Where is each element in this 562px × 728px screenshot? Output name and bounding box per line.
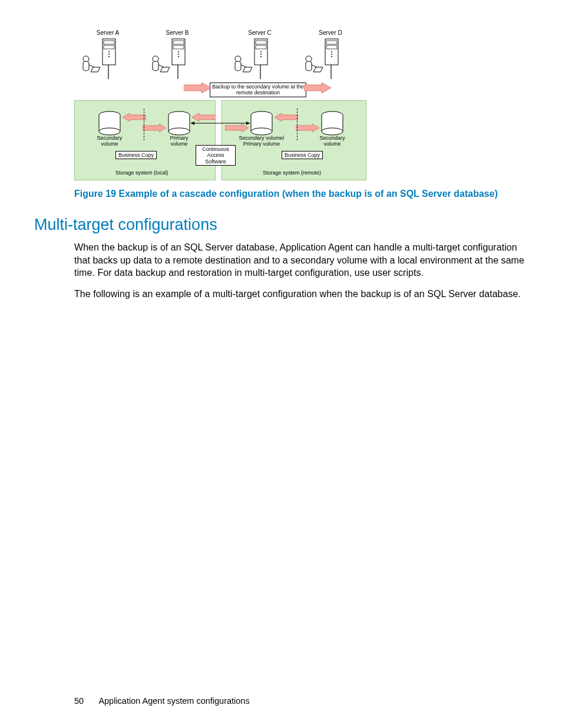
- divider-line: [297, 108, 297, 140]
- storage-local-label: Storage system (local): [115, 170, 168, 176]
- svg-point-42: [99, 128, 120, 135]
- page-number: 50: [74, 696, 84, 706]
- svg-point-22: [260, 54, 262, 55]
- paragraph-2: The following is an example of a multi-t…: [74, 288, 528, 301]
- continuous-access-label: Continuous Access Software: [196, 145, 236, 166]
- svg-marker-37: [304, 83, 331, 93]
- secondary2-vol-label: Secondary volume: [316, 136, 349, 147]
- volume-icon: [98, 111, 121, 137]
- svg-marker-61: [225, 124, 249, 132]
- svg-point-3: [108, 51, 110, 52]
- sync-arrow-icon: [192, 113, 216, 121]
- section-heading: Multi-target configurations: [34, 216, 528, 234]
- svg-marker-63: [191, 121, 194, 125]
- svg-marker-36: [184, 83, 211, 93]
- server-c-icon: [232, 38, 275, 81]
- server-d-label: Server D: [310, 29, 351, 36]
- svg-point-52: [251, 128, 272, 135]
- volume-icon: [320, 111, 344, 137]
- sync-arrow-icon: [275, 113, 298, 121]
- svg-marker-59: [143, 124, 166, 132]
- sync-arrow-icon: [225, 124, 249, 132]
- server-b-icon: [150, 38, 192, 81]
- business-copy-label-1: Business Copy: [115, 151, 157, 159]
- svg-point-57: [322, 128, 343, 135]
- svg-point-4: [108, 54, 110, 55]
- server-b-label: Server B: [157, 29, 198, 36]
- svg-point-13: [178, 54, 179, 55]
- volume-icon: [167, 111, 191, 137]
- server-d-icon: [303, 38, 345, 81]
- svg-point-23: [260, 56, 262, 57]
- sync-arrow-icon: [123, 113, 146, 121]
- svg-point-5: [108, 56, 110, 57]
- primary-vol-label: Primary volume: [163, 136, 196, 147]
- svg-point-30: [331, 51, 332, 52]
- flow-arrow-icon: [304, 83, 331, 93]
- svg-point-21: [260, 51, 262, 52]
- figure-caption: Figure 19 Example of a cascade configura…: [74, 189, 528, 199]
- svg-marker-60: [192, 113, 216, 121]
- svg-point-14: [178, 56, 179, 57]
- svg-point-32: [331, 56, 332, 57]
- paragraph-1: When the backup is of an SQL Server data…: [74, 241, 528, 279]
- sec-primary-vol-label: Secondary volume/ Primary volume: [233, 136, 290, 147]
- server-c-label: Server C: [239, 29, 280, 36]
- cascade-diagram: Server A Server B Server C Server D: [74, 29, 368, 184]
- backup-note: Backup to the secondary volume at the re…: [210, 83, 306, 97]
- server-a-label: Server A: [87, 29, 128, 36]
- svg-point-12: [178, 51, 179, 52]
- svg-marker-58: [123, 113, 146, 121]
- sync-arrow-icon: [296, 124, 319, 132]
- svg-point-31: [331, 54, 332, 55]
- business-copy-label-2: Business Copy: [282, 151, 323, 159]
- connector-line: [191, 121, 250, 125]
- volume-icon: [250, 111, 273, 137]
- secondary-vol-label: Secondary volume: [92, 136, 127, 147]
- svg-marker-65: [275, 113, 298, 121]
- divider-line: [144, 108, 144, 140]
- svg-point-47: [168, 128, 190, 135]
- svg-marker-64: [246, 121, 250, 125]
- figure-container: Server A Server B Server C Server D: [74, 29, 528, 184]
- sync-arrow-icon: [143, 124, 166, 132]
- server-a-icon: [80, 38, 123, 81]
- svg-marker-66: [296, 124, 319, 132]
- page-footer: 50 Application Agent system configuratio…: [74, 696, 250, 706]
- storage-remote-label: Storage system (remote): [263, 170, 321, 176]
- flow-arrow-icon: [184, 83, 211, 93]
- footer-title: Application Agent system configurations: [98, 696, 249, 706]
